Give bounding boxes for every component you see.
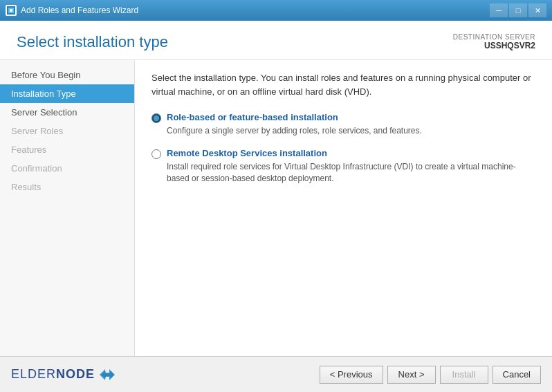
next-button[interactable]: Next > xyxy=(387,366,436,384)
sidebar: Before You Begin Installation Type Serve… xyxy=(0,60,135,356)
sidebar-item-features: Features xyxy=(0,140,134,159)
remote-desktop-option: Remote Desktop Services installation Ins… xyxy=(151,148,535,185)
logo-arrows-icon xyxy=(100,369,115,380)
role-based-label[interactable]: Role-based or feature-based installation xyxy=(151,112,535,123)
svg-rect-2 xyxy=(10,9,12,12)
sidebar-item-server-selection[interactable]: Server Selection xyxy=(0,103,134,122)
description-text: Select the installation type. You can in… xyxy=(151,71,535,98)
remote-desktop-label[interactable]: Remote Desktop Services installation xyxy=(151,148,535,159)
cancel-button[interactable]: Cancel xyxy=(493,366,541,384)
logo-elder: elder xyxy=(11,367,56,381)
window-title: Add Roles and Features Wizard xyxy=(21,6,138,15)
destination-server: DESTINATION SERVER USSHQSVR2 xyxy=(453,33,535,50)
sidebar-item-installation-type[interactable]: Installation Type xyxy=(0,84,134,103)
dest-server-label: DESTINATION SERVER xyxy=(453,33,535,41)
remote-desktop-description: Install required role services for Virtu… xyxy=(167,161,535,185)
title-bar-left: Add Roles and Features Wizard xyxy=(6,5,138,16)
footer-logo: eldernode xyxy=(11,367,115,382)
sidebar-item-before-you-begin[interactable]: Before You Begin xyxy=(0,66,134,84)
role-based-description: Configure a single server by adding role… xyxy=(167,125,535,137)
window-header: Select installation type DESTINATION SER… xyxy=(0,21,552,60)
title-bar: Add Roles and Features Wizard ─ □ ✕ xyxy=(0,0,552,21)
install-button[interactable]: Install xyxy=(440,366,488,384)
sidebar-item-server-roles: Server Roles xyxy=(0,122,134,140)
content-area: Before You Begin Installation Type Serve… xyxy=(0,60,552,356)
remote-desktop-radio[interactable] xyxy=(151,149,161,159)
previous-button[interactable]: < Previous xyxy=(320,366,383,384)
remote-desktop-title: Remote Desktop Services installation xyxy=(167,148,327,158)
role-based-title: Role-based or feature-based installation xyxy=(167,112,338,122)
maximize-button[interactable]: □ xyxy=(509,3,527,17)
window-body: Select installation type DESTINATION SER… xyxy=(0,21,552,392)
minimize-button[interactable]: ─ xyxy=(490,3,508,17)
logo-node: node xyxy=(56,367,95,381)
footer-buttons: < Previous Next > Install Cancel xyxy=(320,366,541,384)
close-button[interactable]: ✕ xyxy=(528,3,546,17)
dest-server-name: USSHQSVR2 xyxy=(453,41,535,50)
sidebar-item-confirmation: Confirmation xyxy=(0,159,134,178)
wizard-icon xyxy=(6,5,17,16)
window-controls: ─ □ ✕ xyxy=(490,3,546,17)
logo-text: eldernode xyxy=(11,367,95,382)
sidebar-item-results: Results xyxy=(0,178,134,196)
role-based-radio[interactable] xyxy=(151,113,161,123)
page-title: Select installation type xyxy=(17,33,168,51)
main-content: Select the installation type. You can in… xyxy=(135,60,552,356)
footer: eldernode < Previous Next > Install Canc… xyxy=(0,356,552,392)
role-based-option: Role-based or feature-based installation… xyxy=(151,112,535,137)
